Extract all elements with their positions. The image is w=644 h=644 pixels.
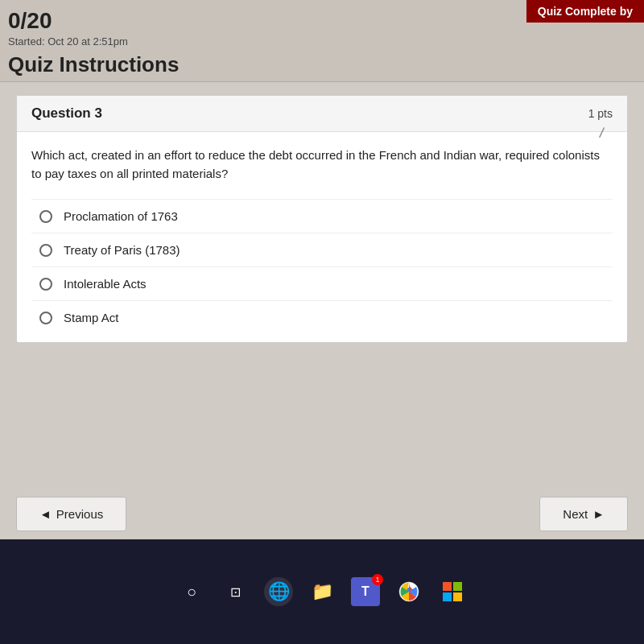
radio-option-1[interactable]: [39, 210, 52, 223]
quiz-complete-label: Quiz Complete by: [526, 0, 644, 23]
store-icon[interactable]: [438, 577, 467, 606]
svg-rect-4: [443, 592, 452, 601]
teams-icon-wrapper: T 1: [351, 577, 380, 606]
file-explorer-icon[interactable]: 📁: [308, 577, 336, 606]
answer-label-4: Stamp Act: [64, 311, 118, 324]
answer-option-2[interactable]: Treaty of Paris (1783): [31, 233, 613, 266]
quiz-container: Question 3 1 pts Which act, created in a…: [16, 95, 628, 343]
previous-button[interactable]: ◄ Previous: [16, 497, 126, 531]
question-header: Question 3 1 pts: [17, 96, 627, 132]
radio-option-2[interactable]: [39, 244, 52, 257]
answer-option-4[interactable]: Stamp Act: [31, 300, 613, 334]
started-time: Started: Oct 20 at 2:51pm: [8, 35, 628, 47]
windows-search-icon[interactable]: ○: [177, 577, 206, 606]
previous-label: Previous: [56, 507, 103, 521]
next-arrow-icon: ►: [592, 507, 605, 521]
next-button[interactable]: Next ►: [539, 497, 628, 531]
answer-label-1: Proclamation of 1763: [64, 209, 178, 223]
answer-option-3[interactable]: Intolerable Acts: [31, 266, 613, 300]
answer-option-1[interactable]: Proclamation of 1763: [31, 199, 613, 233]
chrome-icon[interactable]: [394, 577, 423, 606]
svg-rect-5: [453, 592, 462, 601]
edge-icon[interactable]: 🌐: [264, 577, 293, 606]
teams-badge: 1: [372, 574, 383, 585]
quiz-instructions-title: Quiz Instructions: [8, 52, 628, 77]
radio-option-3[interactable]: [39, 278, 52, 291]
previous-arrow-icon: ◄: [39, 507, 52, 521]
question-body: Which act, created in an effort to reduc…: [17, 132, 627, 342]
next-label: Next: [563, 507, 588, 521]
answer-label-3: Intolerable Acts: [64, 277, 147, 291]
svg-rect-3: [453, 582, 462, 591]
question-text: Which act, created in an effort to reduc…: [31, 147, 613, 183]
task-view-icon[interactable]: ⊡: [221, 577, 250, 606]
taskbar: ○ ⊡ 🌐 📁 T 1: [0, 539, 644, 644]
radio-option-4[interactable]: [39, 312, 52, 324]
navigation-bar: ◄ Previous Next ►: [0, 489, 644, 539]
svg-rect-2: [443, 582, 452, 591]
question-title: Question 3: [31, 105, 102, 122]
question-points: 1 pts: [588, 107, 613, 120]
answer-label-2: Treaty of Paris (1783): [64, 243, 180, 257]
